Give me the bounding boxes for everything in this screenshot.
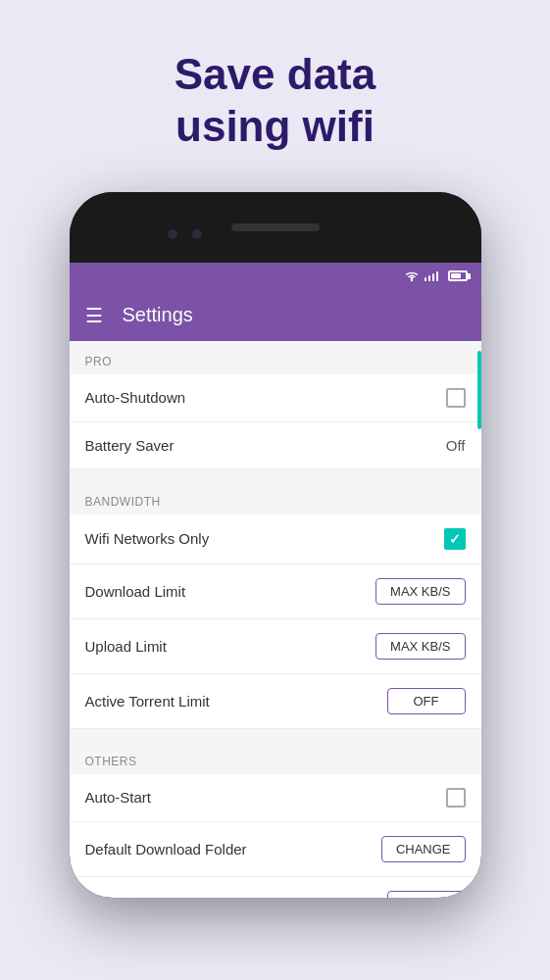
- hero-section: Save data using wifi: [175, 0, 375, 192]
- auto-start-checkbox[interactable]: [446, 788, 466, 808]
- wifi-icon: [404, 270, 420, 282]
- camera-left-icon: [168, 229, 177, 239]
- incoming-port-label: Incoming Port: [85, 896, 176, 898]
- settings-item-incoming-port: Incoming Port 0: [70, 877, 481, 898]
- status-bar: [70, 263, 481, 290]
- settings-item-auto-start: Auto-Start: [70, 774, 481, 822]
- hero-line2: using wifi: [175, 102, 375, 150]
- phone-speaker: [231, 223, 320, 231]
- battery-saver-value: Off: [446, 437, 466, 454]
- phone-frame: ☰ Settings PRO Auto-Shutdown Battery Sav…: [70, 192, 481, 898]
- app-bar: ☰ Settings: [70, 290, 481, 341]
- download-limit-button[interactable]: MAX KB/S: [375, 578, 465, 605]
- settings-item-download-limit: Download Limit MAX KB/S: [70, 564, 481, 619]
- phone-mockup: ☰ Settings PRO Auto-Shutdown Battery Sav…: [70, 192, 481, 898]
- torrent-limit-label: Active Torrent Limit: [85, 693, 210, 710]
- download-folder-label: Default Download Folder: [85, 841, 247, 858]
- svg-point-0: [410, 278, 412, 280]
- section-header-bandwidth: BANDWIDTH: [70, 481, 481, 514]
- section-header-others: OTHERS: [70, 741, 481, 774]
- hero-line1: Save data: [175, 50, 375, 98]
- section-header-pro: PRO: [70, 341, 481, 374]
- signal-icon: [425, 271, 438, 281]
- incoming-port-button[interactable]: 0: [387, 891, 466, 898]
- battery-saver-label: Battery Saver: [85, 437, 175, 454]
- wifi-networks-label: Wifi Networks Only: [85, 530, 210, 547]
- camera-right-icon: [192, 229, 202, 239]
- settings-item-auto-shutdown: Auto-Shutdown: [70, 374, 481, 422]
- settings-item-battery-saver: Battery Saver Off: [70, 422, 481, 469]
- settings-item-upload-limit: Upload Limit MAX KB/S: [70, 619, 481, 674]
- hamburger-icon[interactable]: ☰: [85, 304, 103, 327]
- download-folder-button[interactable]: CHANGE: [381, 836, 466, 862]
- auto-start-label: Auto-Start: [85, 789, 152, 806]
- wifi-networks-checkbox[interactable]: ✓: [444, 528, 466, 550]
- upload-limit-button[interactable]: MAX KB/S: [375, 633, 465, 660]
- settings-item-download-folder: Default Download Folder CHANGE: [70, 822, 481, 877]
- auto-shutdown-checkbox[interactable]: [446, 388, 466, 408]
- torrent-limit-button[interactable]: OFF: [387, 688, 466, 714]
- scrollbar-thumb[interactable]: [477, 351, 481, 429]
- upload-limit-label: Upload Limit: [85, 638, 167, 655]
- battery-icon: [448, 270, 468, 281]
- settings-item-torrent-limit: Active Torrent Limit OFF: [70, 674, 481, 729]
- auto-shutdown-label: Auto-Shutdown: [85, 389, 186, 406]
- download-limit-label: Download Limit: [85, 583, 186, 600]
- settings-item-wifi-networks: Wifi Networks Only ✓: [70, 514, 481, 564]
- app-bar-title: Settings: [123, 304, 193, 326]
- phone-bezel: [70, 192, 481, 263]
- settings-content[interactable]: PRO Auto-Shutdown Battery Saver Off BAND…: [70, 341, 481, 898]
